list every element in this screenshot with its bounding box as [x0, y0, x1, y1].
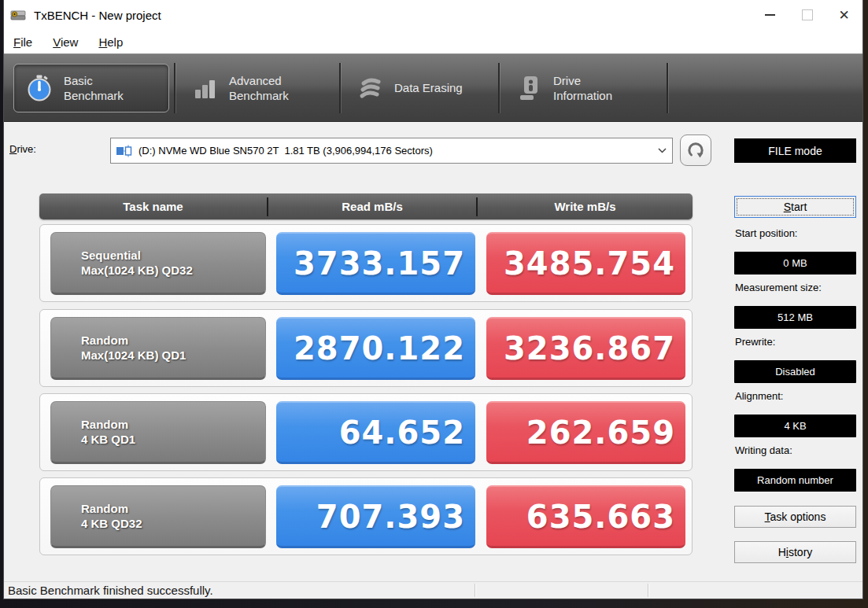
measurement-size-label: Measurement size: [735, 282, 822, 293]
drive-label: Drive: [9, 143, 36, 155]
close-button[interactable]: ✕ [826, 0, 862, 30]
menu-bar: File View Help [4, 30, 862, 53]
column-header-read: Read mB/s [268, 200, 476, 213]
task-button-random-qd1[interactable]: Random Max(1024 KB) QD1 [50, 317, 266, 380]
task-name-line1: Random [81, 333, 265, 348]
read-value: 3733.157 [276, 232, 475, 295]
start-button-rest: tart [791, 201, 807, 213]
start-button[interactable]: Start [734, 196, 856, 218]
menu-help-rest: elp [107, 35, 123, 49]
task-name-line2: 4 KB QD32 [81, 516, 265, 531]
stopwatch-icon [25, 74, 54, 102]
eraser-squiggle-icon [357, 75, 384, 101]
column-header-task-name: Task name [39, 200, 267, 213]
table-row: Random 4 KB QD32 707.393 635.663 [39, 477, 693, 555]
menu-help[interactable]: Help [98, 35, 123, 49]
window-controls: ✕ [752, 0, 862, 30]
menu-view-rest: iew [61, 35, 79, 49]
prewrite-label: Prewrite: [735, 336, 775, 348]
menu-view-mnemonic: V [53, 35, 61, 49]
table-row: Random 4 KB QD1 64.652 262.659 [39, 393, 693, 471]
menu-view[interactable]: View [53, 35, 78, 49]
menu-file[interactable]: File [13, 35, 32, 49]
start-position-value[interactable]: 0 MB [734, 252, 856, 275]
start-position-label: Start position: [735, 227, 798, 239]
alignment-label: Alignment: [735, 390, 783, 402]
write-value: 3236.867 [486, 317, 685, 380]
task-options-button[interactable]: Task options [734, 506, 856, 528]
read-value: 64.652 [276, 401, 475, 464]
bar-chart-icon [192, 75, 219, 101]
statusbar-divider [475, 584, 475, 597]
measurement-size-value[interactable]: 512 MB [734, 306, 856, 329]
writing-data-label: Writing data: [735, 444, 792, 456]
start-button-mnemonic: S [784, 201, 791, 213]
task-button-random-4k-qd32[interactable]: Random 4 KB QD32 [50, 485, 266, 548]
task-name-line1: Sequential [81, 248, 265, 263]
tab-advanced-benchmark-label: AdvancedBenchmark [229, 73, 289, 103]
tab-basic-benchmark-label: BasicBenchmark [64, 73, 124, 103]
task-name-line2: Max(1024 KB) QD1 [81, 348, 265, 363]
prewrite-value[interactable]: Disabled [734, 360, 856, 383]
task-options-mnemonic: T [765, 510, 770, 523]
task-button-random-4k-qd1[interactable]: Random 4 KB QD1 [50, 401, 266, 464]
write-value: 635.663 [486, 485, 685, 548]
tab-advanced-benchmark[interactable]: AdvancedBenchmark [180, 64, 334, 112]
column-header-write: Write mB/s [478, 200, 693, 213]
history-pre: H [778, 546, 786, 558]
tab-basic-benchmark[interactable]: BasicBenchmark [13, 64, 169, 112]
menu-file-rest: ile [20, 35, 32, 49]
status-message: Basic Benchmark finished successfully. [8, 584, 213, 597]
close-icon: ✕ [838, 9, 849, 22]
drive-selected-value: (D:) NVMe WD Blue SN570 2T 1.81 TB (3,90… [139, 145, 652, 157]
app-window: TxBENCH - New project ✕ File View Help [3, 0, 863, 599]
title-bar: TxBENCH - New project ✕ [4, 0, 862, 30]
alignment-value[interactable]: 4 KB [734, 415, 856, 437]
toolbar-separator [339, 63, 341, 113]
app-icon [10, 9, 26, 22]
maximize-button[interactable] [789, 0, 826, 30]
drive-info-icon [516, 75, 543, 101]
task-name-line2: 4 KB QD1 [81, 432, 265, 447]
window-title: TxBENCH - New project [34, 9, 161, 22]
history-button[interactable]: History [734, 541, 856, 563]
read-value: 707.393 [276, 485, 475, 548]
tab-drive-information-label: DriveInformation [553, 73, 612, 103]
removable-drive-icon [116, 145, 133, 157]
tab-drive-information[interactable]: DriveInformation [504, 64, 662, 112]
refresh-icon [686, 141, 705, 160]
drive-label-mnemonic: D [9, 143, 17, 155]
write-value: 3485.754 [486, 232, 685, 295]
toolbar-separator [174, 63, 175, 113]
menu-help-mnemonic: H [98, 35, 107, 49]
maximize-icon [802, 9, 813, 20]
tab-data-erasing-label: Data Erasing [394, 80, 463, 95]
task-button-sequential-qd32[interactable]: Sequential Max(1024 KB) QD32 [50, 232, 266, 295]
task-name-line2: Max(1024 KB) QD32 [81, 263, 265, 278]
table-row: Sequential Max(1024 KB) QD32 3733.157 34… [39, 224, 693, 302]
writing-data-value[interactable]: Random number [734, 469, 856, 492]
task-name-line1: Random [81, 417, 265, 432]
history-rest: story [789, 546, 812, 558]
refresh-drives-button[interactable] [680, 134, 711, 166]
results-table-header: Task name Read mB/s Write mB/s [39, 193, 693, 219]
task-name-line1: Random [81, 501, 265, 516]
toolbar: BasicBenchmark AdvancedBenchmark [4, 53, 862, 122]
write-value: 262.659 [486, 401, 685, 464]
menu-file-mnemonic: F [13, 35, 20, 49]
tab-data-erasing[interactable]: Data Erasing [345, 64, 493, 112]
file-mode-badge: FILE mode [734, 138, 856, 163]
minimize-icon [765, 14, 775, 16]
drive-select[interactable]: (D:) NVMe WD Blue SN570 2T 1.81 TB (3,90… [110, 138, 673, 164]
toolbar-separator [667, 63, 668, 113]
toolbar-separator [498, 63, 500, 113]
table-row: Random Max(1024 KB) QD1 2870.122 3236.86… [39, 309, 693, 387]
task-options-rest: ask options [770, 510, 826, 523]
minimize-button[interactable] [752, 0, 789, 30]
chevron-down-icon [652, 138, 672, 163]
read-value: 2870.122 [276, 317, 475, 380]
statusbar-divider [648, 584, 648, 597]
drive-label-rest: rive: [17, 143, 36, 155]
status-bar: Basic Benchmark finished successfully. [4, 581, 862, 599]
